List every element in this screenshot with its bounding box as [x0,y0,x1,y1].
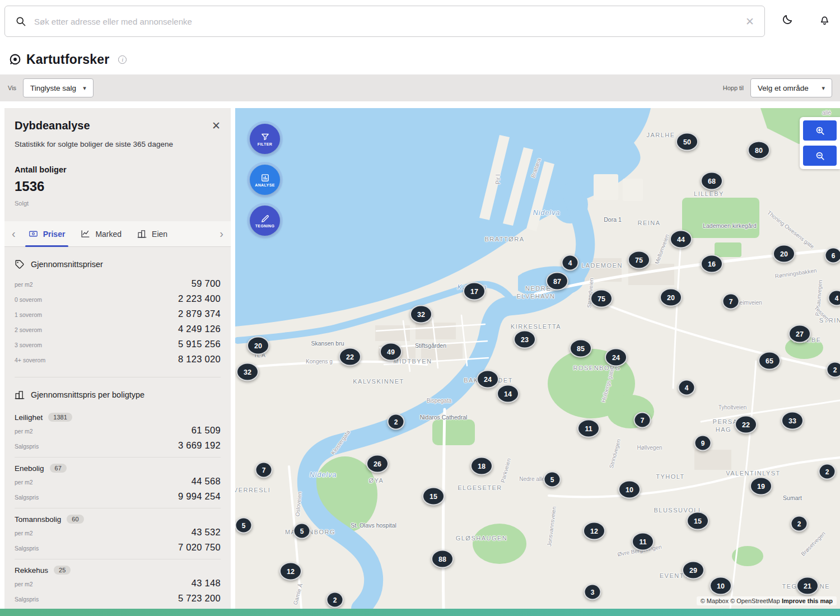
cluster-marker[interactable]: 5 [293,523,311,539]
cluster-marker[interactable]: 11 [632,533,654,551]
chevron-right-icon[interactable]: › [214,227,228,240]
analyse-button[interactable]: ANALYSE [250,165,280,195]
cluster-marker[interactable]: 4 [562,255,579,271]
cluster-marker[interactable]: 12 [583,522,605,540]
cluster-marker[interactable]: 6 [825,248,840,264]
cluster-marker[interactable]: 17 [463,282,486,301]
cluster-marker[interactable]: 20 [773,245,795,263]
price-row-label: Salgspris [15,596,39,603]
cluster-marker[interactable]: 12 [279,562,302,581]
count-badge: 1381 [48,413,72,422]
cluster-marker[interactable]: 80 [748,141,770,160]
draw-icon [260,214,270,223]
cluster-marker[interactable]: 49 [380,343,402,361]
building-icon [15,390,25,400]
close-icon[interactable]: ✕ [212,120,221,131]
toolbar: Vis Tinglyste salg ▾ Hopp til Velg et om… [0,74,840,101]
info-icon[interactable]: i [118,55,127,64]
tegning-button[interactable]: TEGNING [250,206,280,236]
cluster-marker[interactable]: 5 [544,472,561,488]
cluster-marker[interactable]: 75 [628,251,650,269]
filter-button[interactable]: FILTER [250,124,280,154]
cluster-marker[interactable]: 32 [236,363,259,381]
cluster-marker[interactable]: 10 [618,480,641,499]
count-badge: 60 [67,515,83,524]
cluster-marker[interactable]: 3 [584,584,601,600]
boligtype-name: Enebolig [15,464,44,473]
price-row: 1 soverom2 879 374 [15,306,221,321]
cluster-marker[interactable]: 22 [339,348,361,366]
avg-prices-title: Gjennomsnittspriser [31,260,103,269]
cluster-marker[interactable]: 20 [247,337,269,355]
count-badge: 25 [54,566,71,575]
map[interactable]: JARLHELILLEBYREINABRATTØRALADEMOENNEDREE… [235,108,840,609]
improve-map-link[interactable]: Improve this map [782,598,833,604]
cluster-marker[interactable]: 2 [326,592,344,608]
cluster-marker[interactable]: 21 [796,577,819,595]
cluster-marker[interactable]: 50 [676,133,698,151]
price-row-value: 5 915 256 [178,339,221,349]
search-input[interactable] [34,17,738,26]
cluster-marker[interactable]: 5 [235,517,253,534]
price-row: per m259 700 [15,276,221,291]
kartutforsker-logo-icon [8,53,22,67]
tab-marked[interactable]: Marked [73,221,129,247]
cluster-marker[interactable]: 9 [694,435,712,451]
cluster-marker[interactable]: 2 [827,362,840,378]
cluster-marker[interactable]: 20 [660,288,682,307]
cluster-marker[interactable]: 88 [431,550,454,568]
cluster-marker[interactable]: 16 [701,255,723,273]
cluster-marker[interactable]: 7 [255,462,273,478]
price-row-value: 61 509 [192,425,221,436]
cluster-marker[interactable]: 33 [781,412,804,430]
cluster-marker[interactable]: 65 [758,352,781,370]
cluster-marker[interactable]: 26 [366,455,389,473]
cluster-marker[interactable]: 11 [577,419,600,438]
cluster-marker[interactable]: 44 [670,230,692,249]
price-row-label: per m2 [15,479,33,486]
area-select[interactable]: Velg et område ▾ [750,78,832,97]
tab-priser[interactable]: Priser [21,221,73,247]
cluster-marker[interactable]: 2 [819,464,836,480]
cluster-marker[interactable]: 10 [710,577,732,595]
cluster-marker[interactable]: 29 [682,561,704,580]
solgt-label: Solgt [15,200,221,207]
price-row: Salgspris3 669 192 [15,438,221,453]
clear-search-icon[interactable]: ✕ [745,16,754,27]
boligtype-group: Leilighet1381per m261 509Salgspris3 669 … [15,407,221,458]
cluster-marker[interactable]: 2 [388,414,405,430]
cluster-marker[interactable]: 75 [590,290,613,308]
cluster-marker[interactable]: 27 [788,325,811,343]
tag-icon [15,259,25,269]
cluster-marker[interactable]: 2 [791,516,808,532]
map-attribution: © Mapbox © OpenStreetMap Improve this ma… [697,596,837,605]
price-row-label: 0 soverom [15,296,42,303]
price-row-value: 44 568 [192,476,221,487]
cluster-marker[interactable]: 15 [687,512,709,530]
price-row-label: Salgspris [15,494,39,501]
cluster-marker[interactable]: 7 [634,412,651,428]
cluster-marker[interactable]: 23 [514,330,536,349]
cluster-marker[interactable]: 32 [410,305,432,324]
zoom-out-button[interactable] [803,146,837,166]
vis-select[interactable]: Tinglyste salg ▾ [23,78,94,97]
chevron-left-icon[interactable]: ‹ [7,227,21,240]
cluster-marker[interactable]: 68 [701,172,723,190]
cluster-marker[interactable]: 24 [605,348,627,367]
cluster-marker[interactable]: 7 [722,293,740,310]
funnel-icon [260,132,270,142]
cluster-marker[interactable]: 22 [735,416,757,434]
zoom-in-button[interactable] [803,120,837,141]
cluster-marker[interactable]: 4 [678,380,696,396]
cluster-marker[interactable]: 18 [470,457,493,475]
notifications-bell-icon[interactable] [818,13,831,26]
cluster-marker[interactable]: 14 [497,385,519,403]
cluster-marker[interactable]: 4 [828,290,840,306]
dark-mode-moon-icon[interactable] [781,13,794,26]
cluster-marker[interactable]: 85 [570,339,592,358]
cluster-marker[interactable]: 24 [477,370,499,389]
cluster-marker[interactable]: 87 [546,272,568,291]
cluster-marker[interactable]: 19 [750,477,772,496]
tab-eien[interactable]: Eien [129,221,175,247]
cluster-marker[interactable]: 15 [422,487,445,506]
